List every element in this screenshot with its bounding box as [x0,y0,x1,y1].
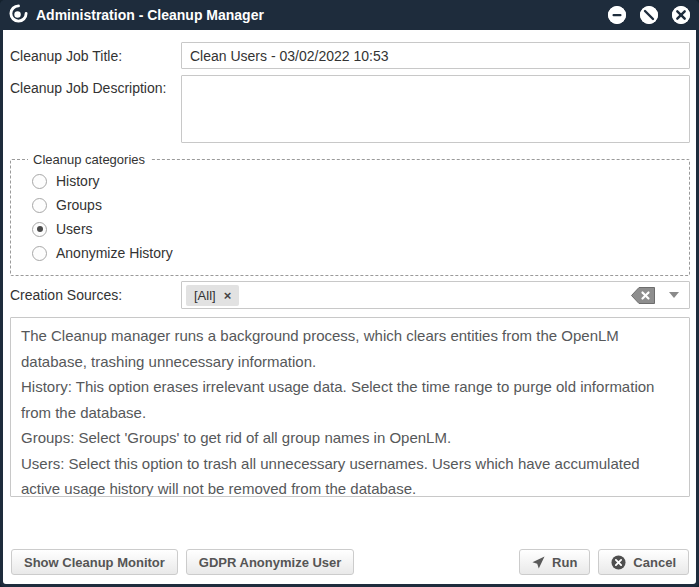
cleanup-manager-window: Administration - Cleanup Manager [0,0,699,587]
job-description-input[interactable] [181,75,690,143]
job-description-label: Cleanup Job Description: [10,75,181,96]
dropdown-caret-icon[interactable] [669,292,679,298]
radio-option-users[interactable]: Users [21,217,679,241]
run-arrow-icon [532,556,545,569]
radio-label: History [56,173,100,189]
chip-label: [All] [194,288,216,303]
creation-sources-chip: [All] × [186,285,239,306]
disable-button[interactable] [640,6,658,24]
info-paragraph: Users: Select this option to trash all u… [21,451,679,498]
chip-remove-icon[interactable]: × [224,289,232,302]
backspace-icon [631,287,655,304]
radio-icon[interactable] [32,222,47,237]
disable-icon [640,6,658,24]
cleanup-categories-legend: Cleanup categories [28,152,150,167]
minimize-icon [608,6,626,24]
dialog-content: Cleanup Job Title: Cleanup Job Descripti… [3,30,696,584]
window-title: Administration - Cleanup Manager [36,7,264,23]
radio-option-history[interactable]: History [21,169,679,193]
job-description-row: Cleanup Job Description: [10,75,690,143]
minimize-button[interactable] [608,6,626,24]
radio-icon[interactable] [32,246,47,261]
job-title-input[interactable] [181,42,690,69]
creation-sources-label: Creation Sources: [10,287,181,303]
gdpr-anonymize-user-button[interactable]: GDPR Anonymize User [186,549,355,575]
cleanup-categories-options: HistoryGroupsUsersAnonymize History [21,169,679,265]
job-title-row: Cleanup Job Title: [10,42,690,69]
show-cleanup-monitor-button[interactable]: Show Cleanup Monitor [11,549,178,575]
creation-sources-row: Creation Sources: [All] × [10,281,690,309]
radio-label: Anonymize History [56,245,173,261]
close-icon [672,6,690,24]
radio-icon[interactable] [32,198,47,213]
info-paragraph: The Cleanup manager runs a background pr… [21,323,679,374]
info-paragraph: History: This option erases irrelevant u… [21,374,679,425]
run-button[interactable]: Run [519,549,590,575]
footer: Show Cleanup Monitor GDPR Anonymize User… [10,549,690,576]
job-title-label: Cleanup Job Title: [10,48,181,64]
clear-all-button[interactable] [631,287,655,304]
creation-sources-multiselect[interactable]: [All] × [181,281,690,309]
info-paragraph: Groups: Select 'Groups' to get rid of al… [21,425,679,451]
close-button[interactable] [672,6,690,24]
cleanup-info-box: The Cleanup manager runs a background pr… [10,317,690,497]
cancel-circle-icon [611,555,626,570]
radio-option-groups[interactable]: Groups [21,193,679,217]
titlebar: Administration - Cleanup Manager [0,0,699,30]
radio-icon[interactable] [32,174,47,189]
cancel-button[interactable]: Cancel [598,549,689,575]
radio-label: Groups [56,197,102,213]
radio-label: Users [56,221,93,237]
app-logo-icon [9,4,28,27]
cleanup-categories-fieldset: Cleanup categories HistoryGroupsUsersAno… [10,152,690,276]
radio-option-anonymize-history[interactable]: Anonymize History [21,241,679,265]
